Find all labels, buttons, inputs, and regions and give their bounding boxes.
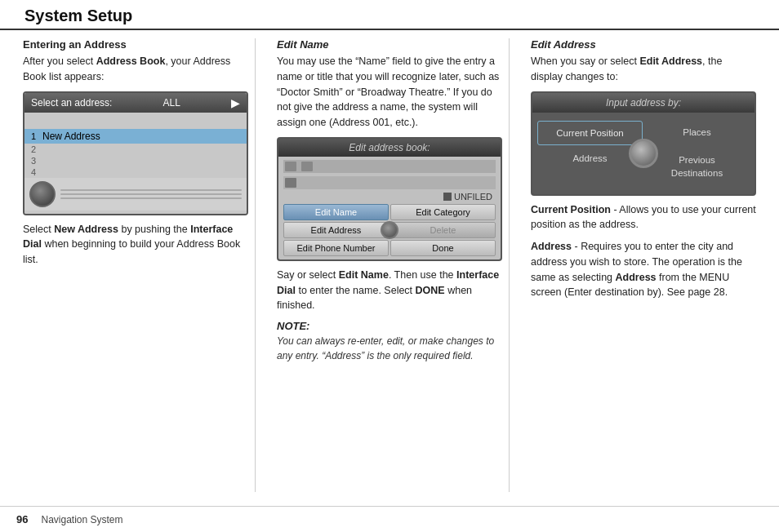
delete-btn[interactable]: Delete [390, 222, 496, 238]
screen-header: Select an address: ALL ▶ [24, 93, 247, 113]
edit-category-btn[interactable]: Edit Category [390, 204, 496, 220]
note-title: NOTE: [277, 320, 502, 332]
address-desc: Address - Requires you to enter the city… [531, 239, 756, 300]
col-entering-address: Entering an Address After you select Add… [16, 38, 256, 492]
arrow-right-icon: ▶ [231, 96, 240, 109]
address-btn[interactable]: Address [537, 147, 643, 186]
edit-address-btn[interactable]: Edit Address [283, 222, 389, 238]
unfiled-row: UNFILED [283, 191, 496, 202]
interface-dial-knob [29, 181, 56, 207]
edit-icon-1 [285, 162, 296, 171]
dial-lines [60, 187, 242, 202]
edit-address-screen: Edit address book: UNFILED Edit Name Edi… [277, 137, 502, 261]
address-book-screen: Select an address: ALL ▶ 1 New Address 2… [23, 91, 248, 215]
dial-area [24, 178, 247, 211]
address-row-3: 3 [24, 155, 247, 166]
address-list: 1 New Address 2 3 4 [24, 116, 247, 178]
edit-name-instruction: Say or select Edit Name. Then use the In… [277, 268, 502, 313]
edit-name-btn[interactable]: Edit Name [283, 204, 389, 220]
current-position-btn[interactable]: Current Position [537, 121, 643, 145]
input-screen-header: Input address by: [532, 93, 755, 113]
nav-system-label: Navigation System [41, 514, 122, 525]
places-btn[interactable]: Places [644, 121, 750, 145]
page-footer: 96 Navigation System [0, 506, 779, 532]
page-header: System Setup [0, 0, 779, 30]
entering-address-instruction: Select New Address by pushing the Interf… [23, 222, 248, 268]
filter-label: ALL [163, 97, 180, 109]
address-row-new: 1 New Address [24, 129, 247, 144]
content-area: Entering an Address After you select Add… [0, 38, 779, 492]
center-dial-knob [381, 221, 398, 239]
screen-body: 1 New Address 2 3 4 [24, 113, 247, 214]
edit-buttons-container: Edit Name Edit Category Edit Address Del… [283, 204, 496, 256]
edit-screen-header: Edit address book: [278, 139, 501, 157]
unfiled-icon [443, 193, 452, 201]
input-dial-knob [629, 139, 658, 168]
edit-name-body: You may use the “Name” field to give the… [277, 54, 502, 131]
edit-icons-row [283, 160, 496, 173]
address-row-4: 4 [24, 166, 247, 178]
new-address-label: New Address [42, 131, 100, 142]
note-text: You can always re-enter, edit, or make c… [277, 334, 502, 363]
edit-icons-row-2 [283, 176, 496, 189]
current-position-desc: Current Position - Allows you to use you… [531, 202, 756, 233]
entering-address-title: Entering an Address [23, 38, 248, 51]
input-address-screen: Input address by: Current Position Place… [531, 91, 756, 196]
col-edit-address: Edit Address When you say or select Edit… [524, 38, 763, 492]
input-screen-body: Current Position Places Address Previous… [532, 113, 755, 194]
edit-address-intro: When you say or select Edit Address, the… [531, 54, 756, 85]
edit-phone-btn[interactable]: Edit Phone Number [283, 240, 389, 256]
col-edit-name: Edit Name You may use the “Name” field t… [270, 38, 510, 492]
address-row-empty-top [24, 116, 247, 129]
unfiled-label: UNFILED [454, 192, 492, 202]
edit-address-title: Edit Address [531, 38, 756, 51]
previous-destinations-btn[interactable]: PreviousDestinations [644, 147, 750, 186]
address-row-2: 2 [24, 144, 247, 155]
page-title: System Setup [24, 7, 755, 25]
edit-icon-3 [285, 178, 296, 188]
edit-icon-2 [301, 162, 313, 171]
entering-address-intro: After you select Address Book, your Addr… [23, 54, 248, 85]
edit-screen-body: UNFILED Edit Name Edit Category Edit Add… [278, 157, 501, 259]
edit-name-title: Edit Name [277, 38, 502, 51]
done-btn[interactable]: Done [390, 240, 496, 256]
screen-header-label: Select an address: [31, 97, 112, 109]
page-number: 96 [16, 513, 28, 525]
